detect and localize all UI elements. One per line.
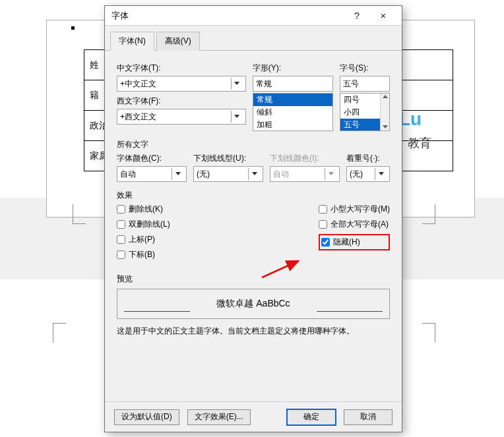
latin-font-value: +西文正文 [120,111,156,123]
tab-advanced[interactable]: 高级(V) [156,32,200,51]
button-bar: 设为默认值(D) 文字效果(E)... 确定 取消 [105,401,402,432]
label-font-color: 字体颜色(C): [117,153,187,164]
ok-button[interactable]: 确定 [287,409,336,425]
highlight-annotation: 隐藏(H) [319,234,390,250]
crop-mark [53,323,66,343]
doc-bullet [71,26,75,30]
crop-mark [422,204,435,224]
watermark-logo: Lu [399,109,422,130]
size-listbox[interactable]: 四号 小四 五号 [340,93,390,131]
checkbox-hidden[interactable]: 隐藏(H) [321,237,360,248]
close-button[interactable]: × [370,6,396,26]
preview-text: 微软卓越 AaBbCc [216,298,290,310]
label-underline-color: 下划线颜色(I): [270,153,340,164]
emphasis-combo[interactable]: (无) [346,166,390,182]
style-listbox[interactable]: 常规 倾斜 加粗 [253,93,333,131]
label-style: 字形(Y): [253,63,333,74]
section-all-text: 所有文字 [117,139,390,150]
titlebar[interactable]: 字体 ? × [105,6,402,26]
label-latin-font: 西文字体(F): [117,96,246,107]
list-item[interactable]: 常规 [253,94,332,106]
chevron-down-icon [231,111,243,123]
style-input[interactable]: 常规 [253,76,333,92]
hint-text: 这是用于中文的正文主题字体。当前文档主题定义将使用哪种字体。 [117,326,390,337]
chevron-down-icon [383,125,388,129]
checkbox-strikethrough[interactable]: 删除线(K) [117,204,170,215]
chevron-down-icon [231,78,243,90]
cjk-font-value: +中文正文 [120,78,156,90]
label-emphasis: 着重号(·): [346,153,390,164]
size-input[interactable]: 五号 [340,76,390,92]
font-dialog: 字体 ? × 字体(N) 高级(V) 中文字体(T): +中文正文 西文字体(F… [104,5,402,432]
checkbox-superscript[interactable]: 上标(P) [117,234,170,245]
checkbox-all-caps[interactable]: 全部大写字母(A) [319,219,390,230]
underline-style-combo[interactable]: (无) [193,166,263,182]
latin-font-combo[interactable]: +西文正文 [117,109,246,125]
dialog-body: 中文字体(T): +中文正文 西文字体(F): +西文正文 字形(Y): 常规 … [105,51,402,401]
label-underline-style: 下划线线型(U): [193,153,263,164]
crop-mark [73,204,86,224]
scrollbar[interactable] [380,94,389,131]
chevron-up-icon [383,95,388,99]
label-cjk-font: 中文字体(T): [117,63,246,74]
dialog-title: 字体 [111,10,344,22]
chevron-down-icon [375,168,387,180]
label-size: 字号(S): [340,63,390,74]
list-item[interactable]: 倾斜 [253,106,332,119]
font-color-combo[interactable]: 自动 [117,166,187,182]
list-item[interactable]: 加粗 [253,119,332,131]
set-default-button[interactable]: 设为默认值(D) [114,409,179,425]
preview-box: 微软卓越 AaBbCc [117,289,390,319]
text-effects-button[interactable]: 文字效果(E)... [187,409,251,425]
help-button[interactable]: ? [344,6,370,26]
underline-color-combo: 自动 [270,166,340,182]
chevron-down-icon [325,168,336,180]
tab-font[interactable]: 字体(N) [110,32,154,51]
checkbox-small-caps[interactable]: 小型大写字母(M) [319,204,390,215]
section-effects: 效果 [117,190,390,201]
tab-strip: 字体(N) 高级(V) [105,26,402,51]
chevron-down-icon [248,168,260,180]
cjk-font-combo[interactable]: +中文正文 [117,76,246,92]
crop-mark [422,323,435,343]
checkbox-double-strikethrough[interactable]: 双删除线(L) [117,219,170,230]
section-preview: 预览 [117,274,390,285]
chevron-down-icon [172,168,183,180]
cancel-button[interactable]: 取消 [344,409,393,425]
watermark-text: 教育 [408,135,431,151]
checkbox-subscript[interactable]: 下标(B) [117,249,170,260]
